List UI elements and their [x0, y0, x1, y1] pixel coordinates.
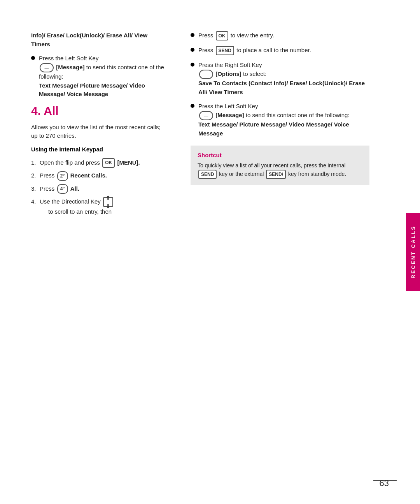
left-bullet1: Press the Left Soft Key — [Message] to s… [31, 54, 167, 99]
shortcut-box: Shortcut To quickly view a list of all y… [191, 146, 369, 185]
ok-key-step1: OK [102, 158, 115, 168]
right-bullet4-key: [Message] [215, 112, 244, 118]
right-bullet2: Press SEND to place a call to the number… [191, 46, 369, 55]
right-bullet2-content: Press SEND to place a call to the number… [198, 46, 311, 55]
bullet-dot-r3 [191, 63, 194, 67]
step1-bold: [MENU]. [117, 159, 140, 166]
send-key-shortcut2: SEND\ [266, 170, 286, 179]
bullet-dot-r4 [191, 104, 194, 108]
right-softkey-icon-r4: — [199, 111, 213, 121]
step3-bold: All. [70, 185, 79, 192]
left-bullet1-key: [Message] [56, 64, 84, 70]
left-softkey-icon: — [40, 63, 54, 73]
sidebar-tab: RECENT CALLS [406, 213, 420, 291]
key2-step2: 2° [57, 171, 68, 181]
bullet-dot-r1 [191, 33, 194, 37]
page-number: 63 [380, 478, 389, 488]
step3-text: Press 4° All. [40, 184, 79, 194]
step3: 3. Press 4° All. [31, 184, 167, 194]
section4-heading: 4. All [31, 104, 167, 118]
step1: 1. Open the flip and press OK [MENU]. [31, 158, 167, 168]
right-softkey-icon-r3: — [199, 70, 213, 79]
right-column: Press OK to view the entry. Press SEND t… [183, 23, 393, 481]
step1-text: Open the flip and press OK [MENU]. [40, 158, 140, 168]
right-bullet3-content: Press the Right Soft Key — [Options] to … [198, 61, 369, 97]
step2-bold: Recent Calls. [70, 172, 107, 179]
step4-text: Use the Directional Key ⬆⬇ to scroll to … [40, 197, 114, 216]
step2-num: 2. [31, 171, 40, 180]
shortcut-text: To quickly view a list of all your recen… [198, 162, 362, 179]
step1-num: 1. [31, 158, 40, 167]
right-bullet4-content: Press the Left Soft Key — [Message] to s… [198, 102, 369, 138]
left-column: Info)/ Erase/ Lock(Unlock)/ Erase All/ V… [0, 23, 183, 481]
left-bullet1-content: Press the Left Soft Key — [Message] to s… [39, 54, 167, 99]
sidebar-label: RECENT CALLS [410, 225, 416, 278]
right-bullet1-content: Press OK to view the entry. [198, 31, 274, 40]
directional-key-icon: ⬆⬇ [103, 197, 113, 207]
right-bullet3: Press the Right Soft Key — [Options] to … [191, 61, 369, 97]
right-bullet3-key: [Options] [215, 70, 242, 77]
internal-keypad-heading: Using the Internal Keypad [31, 146, 167, 153]
bullet-dot-r2 [191, 48, 194, 52]
right-bullet4: Press the Left Soft Key — [Message] to s… [191, 102, 369, 138]
step3-num: 3. [31, 184, 40, 193]
right-bullet3-bold: Save To Contacts (Contact Info)/ Erase/ … [198, 80, 365, 95]
page: Info)/ Erase/ Lock(Unlock)/ Erase All/ V… [0, 0, 420, 504]
right-bullet4-bold: Text Message/ Picture Message/ Video Mes… [198, 121, 349, 137]
send-key-shortcut1: SEND [198, 170, 217, 179]
key4-step3: 4° [57, 184, 68, 194]
right-bullet1: Press OK to view the entry. [191, 31, 369, 40]
step4: 4. Use the Directional Key ⬆⬇ to scroll … [31, 197, 167, 216]
step2: 2. Press 2° Recent Calls. [31, 171, 167, 181]
intro-text: Info)/ Erase/ Lock(Unlock)/ Erase All/ V… [31, 31, 167, 49]
section4-desc: Allows you to view the list of the most … [31, 123, 167, 140]
step4-num: 4. [31, 197, 40, 206]
ok-key-r1: OK [216, 31, 228, 40]
step2-text: Press 2° Recent Calls. [40, 171, 107, 181]
left-bullet1-bold: Text Message/ Picture Message/ Video Mes… [39, 82, 145, 98]
send-key-r2: SEND [216, 46, 234, 55]
bullet-dot [31, 56, 35, 60]
shortcut-title: Shortcut [198, 152, 362, 158]
left-bullet1-pre: Press the Left Soft Key [39, 55, 98, 61]
